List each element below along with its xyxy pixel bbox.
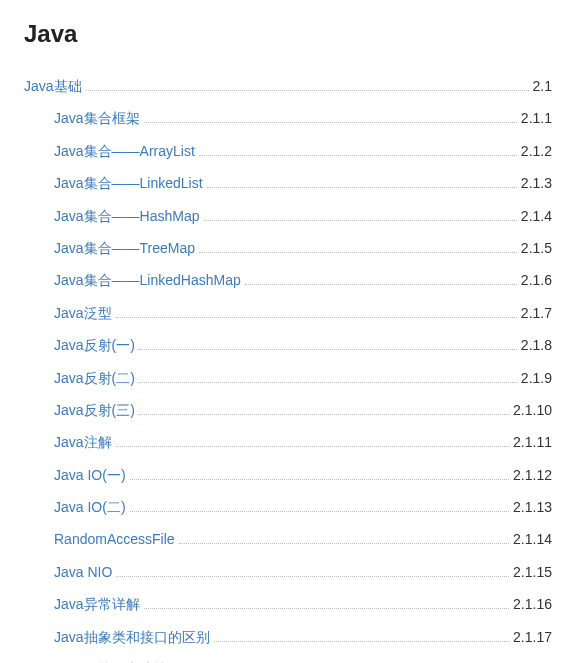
toc-link[interactable]: Java集合——HashMap: [54, 205, 200, 227]
table-of-contents: Java基础2.1Java集合框架2.1.1Java集合——ArrayList2…: [24, 70, 552, 663]
toc-number: 2.1.9: [521, 367, 552, 389]
toc-number: 2.1.12: [513, 464, 552, 486]
toc-row: Java IO(二)2.1.13: [24, 491, 552, 523]
toc-link[interactable]: Java注解: [54, 431, 112, 453]
toc-row: RandomAccessFile2.1.14: [24, 523, 552, 555]
toc-number: 2.1.13: [513, 496, 552, 518]
toc-number: 2.1.14: [513, 528, 552, 550]
toc-row: Java基础2.1: [24, 70, 552, 102]
toc-number: 2.1.10: [513, 399, 552, 421]
toc-number: 2.1.5: [521, 237, 552, 259]
toc-dots: [116, 317, 517, 318]
toc-dots: [139, 382, 517, 383]
toc-dots: [199, 155, 517, 156]
toc-row: Java集合框架2.1.1: [24, 102, 552, 134]
toc-dots: [144, 608, 509, 609]
toc-link[interactable]: Java集合——LinkedList: [54, 172, 203, 194]
toc-row: Java IO(一)2.1.12: [24, 459, 552, 491]
toc-dots: [245, 284, 517, 285]
toc-link[interactable]: Java集合——ArrayList: [54, 140, 195, 162]
toc-dots: [207, 187, 517, 188]
toc-number: 2.1.11: [513, 431, 552, 453]
toc-dots: [214, 641, 509, 642]
toc-number: 2.1.1: [521, 107, 552, 129]
toc-link[interactable]: RandomAccessFile: [54, 528, 175, 550]
toc-row: Java注解2.1.11: [24, 426, 552, 458]
toc-dots: [130, 511, 509, 512]
toc-number: 2.1.16: [513, 593, 552, 615]
page-title: Java: [24, 20, 552, 48]
toc-row: Java深拷贝和浅拷贝2.1.18: [24, 653, 552, 663]
toc-row: Java集合——LinkedList2.1.3: [24, 167, 552, 199]
toc-dots: [116, 576, 509, 577]
toc-link[interactable]: Java集合——TreeMap: [54, 237, 195, 259]
toc-dots: [130, 479, 509, 480]
toc-link[interactable]: Java IO(二): [54, 496, 126, 518]
toc-row: Java反射(一)2.1.8: [24, 329, 552, 361]
toc-link[interactable]: Java泛型: [54, 302, 112, 324]
toc-link[interactable]: Java NIO: [54, 561, 112, 583]
toc-dots: [139, 349, 517, 350]
toc-dots: [139, 414, 509, 415]
toc-dots: [116, 446, 509, 447]
toc-dots: [144, 122, 517, 123]
toc-number: 2.1.4: [521, 205, 552, 227]
toc-row: Java集合——ArrayList2.1.2: [24, 135, 552, 167]
toc-number: 2.1: [533, 75, 552, 97]
toc-dots: [204, 220, 517, 221]
toc-row: Java集合——TreeMap2.1.5: [24, 232, 552, 264]
toc-link[interactable]: Java异常详解: [54, 593, 140, 615]
toc-link[interactable]: Java集合框架: [54, 107, 140, 129]
toc-link[interactable]: Java深拷贝和浅拷贝: [54, 658, 182, 663]
toc-row: Java泛型2.1.7: [24, 297, 552, 329]
toc-link[interactable]: Java反射(三): [54, 399, 135, 421]
toc-link[interactable]: Java IO(一): [54, 464, 126, 486]
toc-dots: [179, 543, 509, 544]
toc-row: Java反射(三)2.1.10: [24, 394, 552, 426]
toc-number: 2.1.6: [521, 269, 552, 291]
toc-link[interactable]: Java反射(二): [54, 367, 135, 389]
toc-link[interactable]: Java抽象类和接口的区别: [54, 626, 210, 648]
toc-row: Java NIO2.1.15: [24, 556, 552, 588]
toc-number: 2.1.15: [513, 561, 552, 583]
toc-row: Java反射(二)2.1.9: [24, 362, 552, 394]
toc-number: 2.1.3: [521, 172, 552, 194]
toc-row: Java集合——HashMap2.1.4: [24, 200, 552, 232]
toc-link[interactable]: Java基础: [24, 75, 82, 97]
toc-row: Java异常详解2.1.16: [24, 588, 552, 620]
toc-number: 2.1.7: [521, 302, 552, 324]
toc-row: Java集合——LinkedHashMap2.1.6: [24, 264, 552, 296]
toc-dots: [199, 252, 517, 253]
toc-number: 2.1.18: [513, 658, 552, 663]
toc-number: 2.1.17: [513, 626, 552, 648]
toc-row: Java抽象类和接口的区别2.1.17: [24, 621, 552, 653]
toc-dots: [86, 90, 529, 91]
toc-link[interactable]: Java集合——LinkedHashMap: [54, 269, 241, 291]
toc-link[interactable]: Java反射(一): [54, 334, 135, 356]
toc-number: 2.1.8: [521, 334, 552, 356]
toc-number: 2.1.2: [521, 140, 552, 162]
